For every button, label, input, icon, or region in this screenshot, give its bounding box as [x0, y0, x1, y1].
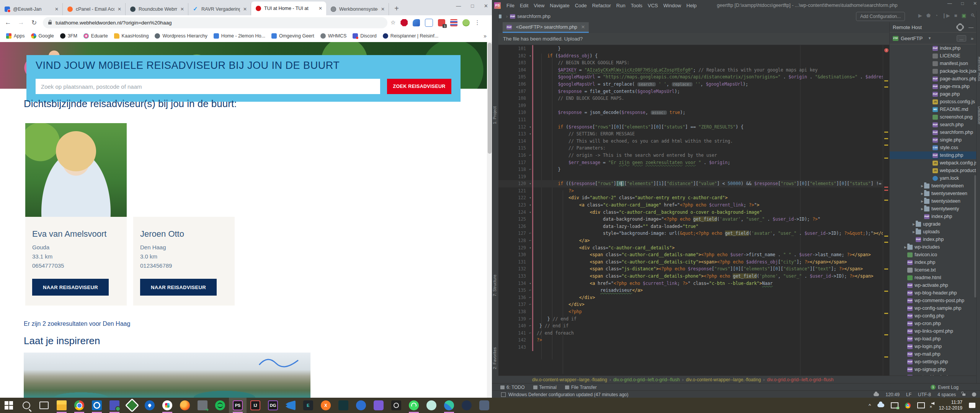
bookmark-item[interactable]: Omgeving Geert: [271, 33, 314, 39]
blue-extension-icon[interactable]: [413, 19, 420, 26]
browser-tab[interactable]: RAVR Vergadering -✕: [188, 3, 251, 15]
fold-marker-icon[interactable]: ⌐: [529, 301, 531, 308]
expand-arrow-icon[interactable]: ▶: [912, 223, 916, 226]
remote-file-row[interactable]: PHPwp-cron.php: [890, 320, 977, 327]
status-widget[interactable]: 120:49: [885, 392, 900, 397]
breadcrumb-item[interactable]: div.o-content-wrapper--large.-floating: [686, 377, 761, 382]
code-line[interactable]: 132 <span class="js-distance"><?php echo…: [498, 265, 883, 273]
tab-close-icon[interactable]: ✕: [381, 7, 385, 12]
code-line[interactable]: 134▾ <a href="<?php echo $current_link; …: [498, 280, 883, 287]
advisor-photo[interactable]: [133, 123, 235, 217]
taskbar-maps[interactable]: [141, 398, 158, 413]
remote-file-row[interactable]: JSwebpack.productio: [890, 167, 977, 174]
scrollbar-thumb[interactable]: [488, 43, 492, 154]
remote-session-icon[interactable]: [891, 402, 898, 408]
search-button[interactable]: ZOEK REISADVISEUR: [387, 79, 451, 94]
menu-window[interactable]: Window: [663, 3, 681, 8]
code-line[interactable]: 141⌐// end foreach: [498, 330, 883, 337]
code-line[interactable]: 113▾ // SETTING: ERROR MESSAGE: [498, 130, 883, 138]
remote-file-row[interactable]: PHPpage-authors.php: [890, 75, 977, 83]
taskbar-teal-app[interactable]: [335, 398, 352, 413]
code-line[interactable]: 104 $APIKEY = "AIzaSyCKxMlWxjicXzO8F7HSi…: [498, 67, 883, 74]
fold-marker-icon[interactable]: ▾: [529, 209, 531, 216]
status-widget[interactable]: UTF-8: [918, 392, 931, 397]
remote-file-row[interactable]: PHPindex.php: [890, 44, 977, 52]
menu-edit[interactable]: Edit: [520, 3, 528, 8]
code-line[interactable]: 105 $googleMapsUrl = "https://maps.googl…: [498, 73, 883, 81]
task-view-button[interactable]: [35, 398, 53, 413]
tab-close-icon[interactable]: ✕: [55, 7, 59, 12]
taskbar-clock[interactable]: 11:37 12-12-2019: [939, 400, 962, 411]
code-line[interactable]: 110 $response = json_decode($response, a…: [498, 109, 883, 116]
menu-help[interactable]: Help: [686, 3, 697, 8]
address-bar[interactable]: tuiathome.webheldworden.nl/?origin=den%2…: [43, 17, 387, 28]
warning-stripe-mark[interactable]: [884, 291, 888, 292]
warning-stripe-mark[interactable]: [884, 334, 888, 335]
code-line[interactable]: 107 $response = file_get_contents($googl…: [498, 88, 883, 95]
remote-file-row[interactable]: PHPindex.php: [890, 236, 977, 243]
taskbar-camera-app[interactable]: [387, 398, 405, 413]
hidden-icons-chevron[interactable]: ^: [869, 403, 871, 408]
fold-marker-icon[interactable]: ▾: [529, 180, 531, 187]
back-button[interactable]: ←: [3, 19, 13, 26]
fold-marker-icon[interactable]: ⌐: [529, 152, 531, 159]
code-line[interactable]: 117 $err_message = "Er zijn geen zoekres…: [498, 159, 883, 166]
warning-stripe-mark[interactable]: [884, 158, 888, 159]
editor-error-stripe[interactable]: !: [883, 45, 890, 376]
advisor-button[interactable]: NAAR REISADVISEUR: [140, 279, 217, 296]
profiler-icon[interactable]: ❙▶: [942, 13, 950, 18]
remote-file-row[interactable]: ▶twentynineteen: [890, 182, 977, 190]
fold-marker-icon[interactable]: ▾: [529, 130, 531, 138]
sync-cloud-icon[interactable]: [874, 393, 879, 396]
toolwindow-file-transfer[interactable]: File Transfer: [565, 385, 597, 390]
search-input[interactable]: [36, 79, 380, 94]
warning-stripe-mark[interactable]: [884, 145, 888, 146]
remote-file-row[interactable]: ▶twentysixteen: [890, 197, 977, 205]
maximize-icon[interactable]: □: [961, 1, 964, 6]
chrome-tray-icon[interactable]: [905, 403, 911, 408]
remote-file-row[interactable]: JSpostcss.config.js: [890, 98, 977, 106]
profile-avatar[interactable]: [462, 19, 470, 26]
remote-file-row[interactable]: ▶uploads: [890, 228, 977, 236]
menu-view[interactable]: View: [534, 3, 544, 8]
code-line[interactable]: 103 // BEGIN BLOCK GOOGLE MAPS:: [498, 59, 883, 67]
fold-marker-icon[interactable]: ⌐: [529, 230, 531, 237]
taskbar-chrome[interactable]: [70, 398, 88, 413]
server-more-button[interactable]: ...: [957, 35, 966, 42]
toolwindow-terminal[interactable]: Terminal: [533, 385, 557, 390]
bookmark-star-icon[interactable]: ☆: [390, 19, 395, 26]
taskbar-datagrip[interactable]: DG: [264, 398, 282, 413]
fold-marker-icon[interactable]: ▾: [529, 124, 531, 131]
code-line[interactable]: 137⌐ </div>: [498, 301, 883, 308]
code-line[interactable]: 114 // This will be echoed, os you can a…: [498, 138, 883, 145]
remote-file-row[interactable]: package-lock.json: [890, 67, 977, 75]
code-line[interactable]: 128⌐ </a>: [498, 237, 883, 244]
code-line[interactable]: 121 ?>: [498, 187, 883, 195]
bookmark-item[interactable]: 3FM: [60, 33, 77, 39]
bookmark-item[interactable]: Google: [31, 33, 54, 39]
remote-file-row[interactable]: PHPwp-load.php: [890, 335, 977, 343]
taskbar-phpstorm[interactable]: PS: [229, 398, 247, 413]
unlock-icon[interactable]: [962, 393, 965, 396]
page-scrollbar[interactable]: [487, 42, 492, 398]
fold-marker-icon[interactable]: ▾: [529, 202, 531, 209]
add-configuration-button[interactable]: Add Configuration...: [856, 12, 905, 21]
structure-stripe-button[interactable]: 7: Structure: [492, 275, 497, 296]
code-line[interactable]: 135⌐ reisadviseur</a>: [498, 287, 883, 294]
remote-file-row[interactable]: license.txt: [890, 266, 977, 274]
code-line[interactable]: 124▾ <div class="c-author-card__backgrou…: [498, 209, 883, 216]
code-line[interactable]: 109: [498, 102, 883, 109]
display-icon[interactable]: [917, 402, 925, 408]
reload-button[interactable]: ↻: [29, 19, 39, 27]
advisor-photo[interactable]: [25, 123, 127, 217]
warning-stripe-mark[interactable]: [884, 313, 888, 314]
toolwindow--todo[interactable]: 6: TODO: [500, 385, 525, 390]
code-line[interactable]: 111: [498, 116, 883, 124]
taskbar-remote-desktop[interactable]: [194, 398, 211, 413]
menu-navigate[interactable]: Navigate: [550, 3, 569, 8]
remote-file-row[interactable]: PHPsearch.php: [890, 121, 977, 128]
remote-file-row[interactable]: favicon.ico: [890, 251, 977, 259]
remote-file-row[interactable]: ▶upgrade: [890, 220, 977, 228]
taskbar-file-explorer[interactable]: [53, 398, 70, 413]
taskbar-club-logo[interactable]: [123, 398, 141, 413]
